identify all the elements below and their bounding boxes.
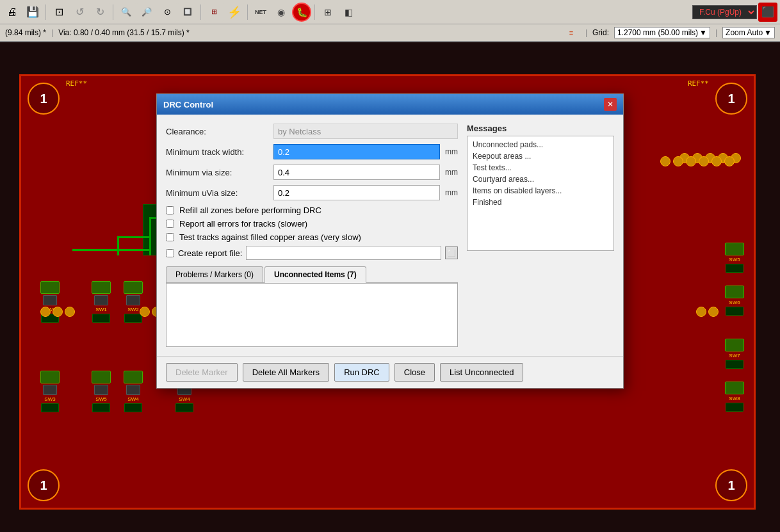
main-toolbar: 🖨 💾 ⊡ ↺ ↻ 🔍 🔎 ⊙ 🔲 ⊞ ⚡ NET ◉ 🐛 ⊞ ◧ F.Cu (…	[0, 0, 780, 24]
drc-button[interactable]: 🐛	[292, 3, 311, 22]
pcb-canvas[interactable]: + REF** REF** 1 1 1 1 SW	[0, 42, 780, 532]
min-via-unit: mm	[445, 168, 458, 177]
report-errors-row: Report all errors for tracks (slower)	[166, 219, 458, 229]
msg-item-0[interactable]: Unconnected pads...	[470, 139, 611, 150]
toolbar-separator-1	[45, 4, 46, 20]
grid-selector[interactable]: 1.2700 mm (50.00 mils) ▼	[614, 27, 710, 38]
drc-dialog: DRC Control ✕ Clearance: Minimum track w…	[156, 93, 624, 389]
toolbar-separator-5	[314, 4, 315, 20]
grid-dropdown-arrow: ▼	[699, 28, 707, 37]
drc-titlebar: DRC Control ✕	[157, 94, 623, 115]
zoom-out-button[interactable]: 🔎	[137, 3, 156, 22]
report-file-row: Create report file: ⬜	[166, 246, 458, 260]
problems-tab[interactable]: Problems / Markers (0)	[166, 266, 263, 282]
netclass-button[interactable]: ≡	[562, 26, 580, 40]
drc-close-button[interactable]: ✕	[604, 98, 617, 111]
pad-ru3	[686, 156, 696, 166]
position-display: (9.84 mils) *	[5, 28, 46, 37]
3d-view-button[interactable]: ◧	[339, 3, 358, 22]
delete-marker-button[interactable]: Delete Marker	[166, 363, 238, 382]
test-tracks-label: Test tracks against filled copper areas …	[179, 232, 361, 242]
min-track-label: Minimum track width:	[166, 147, 268, 157]
redo-button[interactable]: ↻	[90, 3, 110, 22]
min-uvia-input[interactable]	[273, 185, 440, 200]
pad-rm2	[708, 307, 719, 317]
pad-3	[65, 307, 75, 317]
undo-button[interactable]: ↺	[70, 3, 89, 22]
layer-color-button[interactable]: ⬛	[758, 3, 777, 22]
min-uvia-label: Minimum uVia size:	[166, 188, 268, 198]
unconnected-tab[interactable]: Unconnected Items (7)	[264, 266, 366, 283]
switch-row-3: SW3 SW5	[40, 371, 111, 412]
board-setup-button[interactable]: ⊞	[204, 3, 223, 22]
drc-body: Clearance: Minimum track width: mm Minim…	[157, 115, 623, 356]
corner-marker-br: 1	[715, 469, 747, 501]
trace-v-1	[149, 217, 151, 255]
report-errors-label: Report all errors for tracks (slower)	[179, 219, 307, 229]
pad-ru5	[711, 156, 722, 166]
msg-item-5[interactable]: Finished	[470, 197, 611, 208]
min-via-row: Minimum via size: mm	[166, 165, 458, 180]
toolbar-separator-2	[113, 4, 113, 20]
clearance-row: Clearance:	[166, 124, 458, 139]
pad-ru1	[660, 156, 670, 166]
save-button[interactable]: 💾	[23, 3, 42, 22]
msg-item-3[interactable]: Courtyard areas...	[470, 173, 611, 185]
zoom-dropdown-arrow: ▼	[764, 28, 772, 37]
trace-v-2	[117, 236, 119, 255]
pad-ru4	[699, 156, 709, 166]
pad-rm1	[696, 307, 706, 317]
pad-ru6	[724, 156, 735, 166]
messages-panel[interactable]: Unconnected pads... Keepout areas ... Te…	[467, 136, 614, 251]
report-file-input[interactable]	[246, 246, 441, 260]
zoom-fit-button[interactable]: ⊡	[49, 3, 69, 22]
clearance-label: Clearance:	[166, 127, 268, 136]
trace-h-1	[72, 249, 149, 251]
close-button[interactable]: Close	[394, 363, 435, 382]
min-track-unit: mm	[445, 147, 458, 156]
clearance-input[interactable]	[273, 124, 458, 139]
min-via-input[interactable]	[273, 165, 440, 180]
pad-row-left	[40, 307, 75, 317]
zoom-in-button[interactable]: 🔍	[117, 3, 136, 22]
drc-buttons: Delete Marker Delete All Markers Run DRC…	[157, 356, 623, 388]
drc-title: DRC Control	[163, 100, 213, 109]
run-drc-button[interactable]: Run DRC	[334, 363, 389, 382]
toolbar-separator-3	[200, 4, 201, 20]
zoom-reset-button[interactable]: ⊙	[158, 3, 177, 22]
highlight-net-button[interactable]: ◉	[272, 3, 291, 22]
min-track-row: Minimum track width: mm	[166, 144, 458, 159]
list-unconnected-button[interactable]: List Unconnected	[440, 363, 523, 382]
refill-zones-checkbox[interactable]	[166, 206, 174, 214]
grid-label: Grid:	[592, 28, 609, 37]
right-components: SW5 SW6	[725, 243, 744, 316]
ratsnest-button[interactable]: ⚡	[225, 3, 244, 22]
min-track-input[interactable]	[273, 144, 440, 159]
results-list[interactable]	[166, 283, 458, 347]
create-report-checkbox[interactable]	[166, 249, 174, 257]
msg-item-4[interactable]: Items on disabled layers...	[470, 185, 611, 197]
ref-label-tr: REF**	[688, 79, 709, 88]
msg-item-1[interactable]: Keepout areas ...	[470, 150, 611, 162]
print-button[interactable]: 🖨	[3, 3, 22, 22]
zoom-selector[interactable]: Zoom Auto ▼	[722, 27, 775, 38]
right-mid-pads	[696, 307, 719, 317]
report-browse-button[interactable]: ⬜	[445, 246, 458, 259]
test-tracks-checkbox[interactable]	[166, 233, 174, 241]
pad-4	[140, 307, 150, 317]
msg-item-2[interactable]: Test texts...	[470, 162, 611, 173]
drc-left-panel: Clearance: Minimum track width: mm Minim…	[166, 124, 458, 347]
corner-marker-tl: 1	[28, 83, 60, 115]
layer-selector[interactable]: F.Cu (PgUp)	[692, 5, 757, 19]
right-upper-pads	[660, 156, 735, 166]
pad-2	[53, 307, 63, 317]
drc-right-panel: Messages Unconnected pads... Keepout are…	[467, 124, 614, 347]
delete-all-markers-button[interactable]: Delete All Markers	[243, 363, 329, 382]
net-inspector-button[interactable]: NET	[251, 3, 270, 22]
report-errors-checkbox[interactable]	[166, 220, 174, 228]
board-statistics-button[interactable]: ⊞	[318, 3, 337, 22]
refill-zones-label: Refill all zones before performing DRC	[179, 206, 321, 215]
ref-label-tl: REF**	[66, 79, 87, 88]
status-bar: (9.84 mils) * | Via: 0.80 / 0.40 mm (31.…	[0, 24, 780, 42]
zoom-auto-button[interactable]: 🔲	[178, 3, 197, 22]
